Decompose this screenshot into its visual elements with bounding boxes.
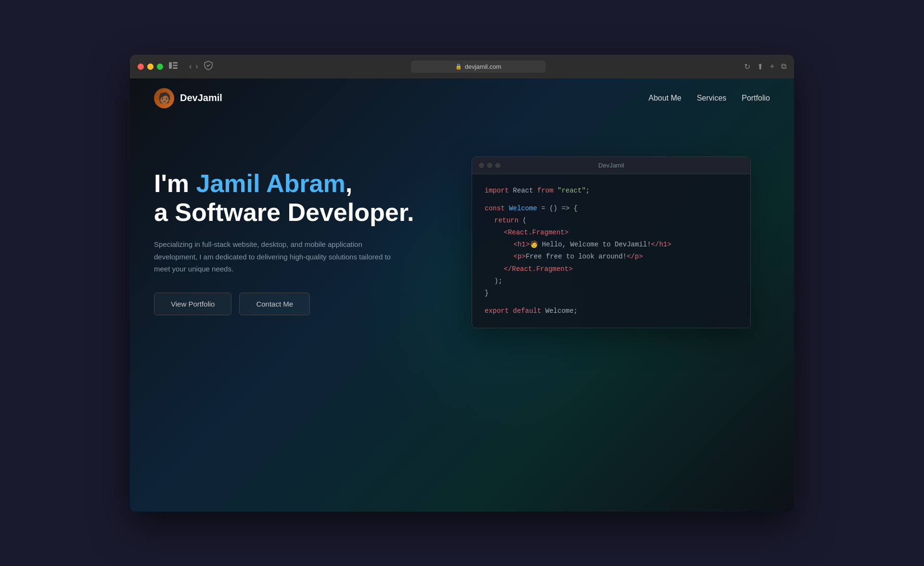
hero-name: Jamil Abram	[196, 169, 346, 197]
address-bar-container: 🔒 devjamil.com	[218, 61, 738, 73]
logo-area: 🧑🏾 DevJamil	[154, 88, 222, 108]
editor-body: import React from "react"; const Welcome…	[472, 174, 750, 328]
editor-dots	[479, 163, 500, 168]
browser-chrome: ‹ › 🔒 devjamil.com ↻ ⬆ + ⧉	[130, 55, 794, 78]
avatar-emoji: 🧑🏾	[158, 92, 171, 104]
hero-prefix: I'm	[154, 169, 196, 197]
editor-dot-2	[487, 163, 492, 168]
view-portfolio-button[interactable]: View Portfolio	[154, 293, 231, 315]
tabs-button[interactable]: ⧉	[781, 62, 786, 71]
code-fragment-open: <React.Fragment>	[485, 227, 738, 239]
share-button[interactable]: ⬆	[757, 62, 763, 71]
code-blank-1	[485, 197, 738, 203]
code-p: <p>Free free to look around!</p>	[485, 251, 738, 263]
website-content: 🧑🏾 DevJamil About Me Services Portfolio …	[130, 78, 794, 512]
hero-section: I'm Jamil Abram, a Software Developer. S…	[130, 118, 794, 358]
refresh-button[interactable]: ↻	[744, 62, 750, 71]
address-bar[interactable]: 🔒 devjamil.com	[411, 61, 546, 73]
contact-me-button[interactable]: Contact Me	[239, 293, 310, 315]
browser-controls: ‹ ›	[189, 62, 198, 71]
hero-description: Specializing in full-stack website, desk…	[154, 238, 404, 275]
shield-icon	[204, 61, 213, 72]
editor-dot-3	[495, 163, 500, 168]
editor-titlebar: DevJamil	[472, 157, 750, 174]
browser-window: ‹ › 🔒 devjamil.com ↻ ⬆ + ⧉	[130, 55, 794, 512]
nav-links: About Me Services Portfolio	[648, 94, 770, 103]
code-closing-brace: }	[485, 287, 738, 299]
hero-text: I'm Jamil Abram, a Software Developer. S…	[154, 169, 443, 315]
svg-rect-0	[169, 62, 172, 69]
code-closing-paren: );	[485, 275, 738, 287]
maximize-button[interactable]	[157, 64, 163, 70]
hero-line2: a Software Developer.	[154, 198, 414, 226]
editor-dot-1	[479, 163, 484, 168]
logo-avatar: 🧑🏾	[154, 88, 174, 108]
sidebar-toggle-icon[interactable]	[169, 62, 178, 71]
url-text: devjamil.com	[465, 63, 501, 70]
lock-icon: 🔒	[455, 64, 462, 70]
svg-rect-3	[173, 67, 178, 69]
hero-buttons: View Portfolio Contact Me	[154, 293, 443, 315]
code-editor: DevJamil import React from "react"; cons…	[472, 156, 751, 329]
code-import: import React from "react";	[485, 185, 738, 197]
minimize-button[interactable]	[147, 64, 154, 70]
code-return: return (	[485, 215, 738, 227]
editor-title: DevJamil	[598, 162, 624, 169]
code-blank-2	[485, 299, 738, 305]
browser-actions: ↻ ⬆ + ⧉	[744, 62, 786, 71]
nav-portfolio[interactable]: Portfolio	[742, 94, 770, 103]
hero-heading: I'm Jamil Abram, a Software Developer.	[154, 169, 443, 227]
close-button[interactable]	[138, 64, 144, 70]
nav-services[interactable]: Services	[697, 94, 726, 103]
svg-rect-1	[173, 62, 178, 64]
code-fragment-close: </React.Fragment>	[485, 263, 738, 275]
hero-suffix: ,	[346, 169, 352, 197]
new-tab-button[interactable]: +	[770, 62, 774, 71]
forward-button[interactable]: ›	[195, 62, 198, 71]
back-button[interactable]: ‹	[189, 62, 192, 71]
traffic-lights	[138, 64, 163, 70]
logo-text[interactable]: DevJamil	[180, 92, 222, 103]
navbar: 🧑🏾 DevJamil About Me Services Portfolio	[130, 78, 794, 118]
code-export: export default Welcome;	[485, 305, 738, 317]
code-const: const Welcome = () => {	[485, 203, 738, 215]
code-h1: <h1>🧑 Hello, Welcome to DevJamil!</h1>	[485, 239, 738, 251]
svg-rect-2	[173, 65, 178, 66]
nav-about-me[interactable]: About Me	[648, 94, 681, 103]
